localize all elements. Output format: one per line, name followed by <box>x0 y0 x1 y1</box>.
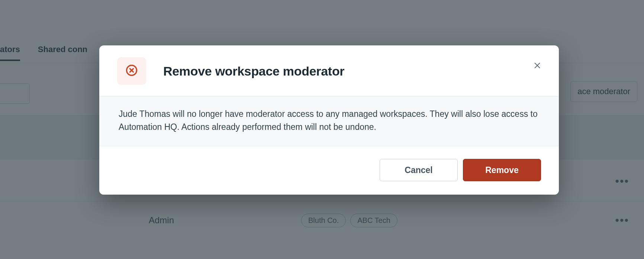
remove-button[interactable]: Remove <box>463 159 541 181</box>
close-icon <box>533 61 541 71</box>
remove-moderator-dialog: Remove workspace moderator Jude Thomas w… <box>99 45 559 195</box>
dialog-body: Jude Thomas will no longer have moderato… <box>99 96 559 146</box>
close-button[interactable] <box>531 60 543 72</box>
circle-x-icon <box>125 64 138 78</box>
dialog-footer: Cancel Remove <box>99 146 559 195</box>
warning-badge <box>117 57 146 85</box>
dialog-header: Remove workspace moderator <box>99 45 559 96</box>
dialog-title: Remove workspace moderator <box>163 64 344 79</box>
cancel-button[interactable]: Cancel <box>380 159 458 181</box>
